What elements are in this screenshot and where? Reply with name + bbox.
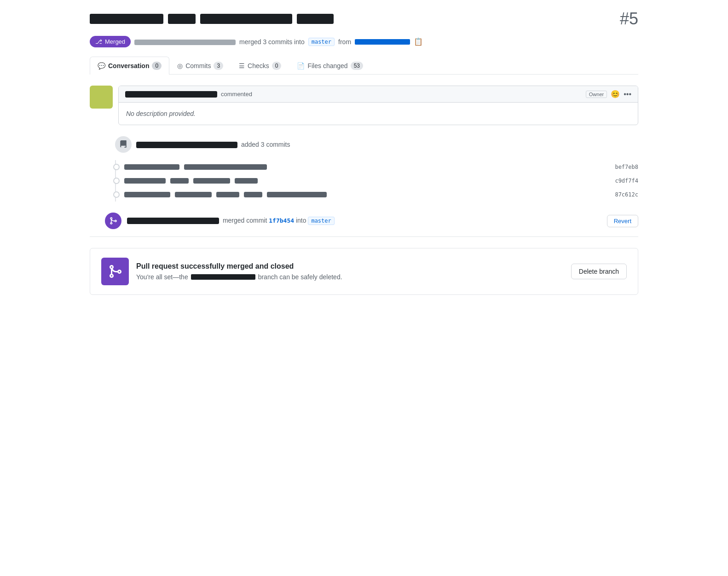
merge-success-box: Pull request successfully merged and clo… [90, 248, 638, 295]
commit-msg-part4 [170, 178, 189, 184]
table-row: 87c612c [124, 188, 638, 202]
comment-body-text: No description provided. [126, 110, 196, 117]
commit-list: bef7eb8 c9df7f4 [124, 160, 638, 202]
comment-box: commented Owner 😊 ••• No description pro… [118, 86, 638, 125]
merge-event-text: merged commit 1f7b454 into master [127, 217, 601, 225]
merge-success-icon [101, 258, 129, 285]
merged-badge: ⎇ Merged [90, 36, 131, 47]
merge-description-text: merged 3 commits into [239, 38, 305, 46]
pr-header: #5 [90, 9, 638, 29]
commits-header-text: added 3 commits [136, 141, 290, 148]
commit-hash-1[interactable]: bef7eb8 [615, 164, 638, 170]
comment-header-left: commented [125, 91, 252, 98]
commit-msg-part11 [267, 192, 327, 197]
commit-msg-part8 [175, 192, 212, 197]
commits-section: added 3 commits bef7eb8 [90, 136, 638, 202]
owner-badge: Owner [586, 91, 607, 98]
comment-header: commented Owner 😊 ••• [119, 86, 638, 103]
avatar [90, 86, 113, 109]
merge-username [127, 218, 219, 224]
comment-header-right: Owner 😊 ••• [586, 90, 631, 98]
conversation-count: 0 [152, 62, 162, 70]
commits-section-icon [115, 136, 132, 153]
title-block-4 [297, 14, 334, 24]
files-count: 53 [351, 62, 363, 70]
commenter-username [125, 91, 217, 98]
source-branch-block [355, 39, 410, 45]
commit-msg-part7 [124, 192, 170, 197]
table-row: bef7eb8 [124, 160, 638, 174]
merged-commit-text: merged commit [223, 217, 267, 224]
merge-success-text: Pull request successfully merged and clo… [136, 262, 564, 281]
commits-username [136, 142, 237, 148]
checks-icon: ☰ [239, 62, 245, 69]
section-divider [90, 236, 638, 237]
pr-meta-row: ⎇ Merged merged 3 commits into master fr… [90, 36, 638, 47]
pr-tabs: 💬 Conversation 0 ◎ Commits 3 ☰ Checks 0 … [90, 57, 638, 75]
commits-count: 3 [214, 62, 223, 70]
commit-msg-part10 [244, 192, 262, 197]
commit-msg-part1 [124, 164, 179, 170]
merge-event-icon [105, 213, 121, 229]
commits-icon: ◎ [177, 62, 183, 69]
commits-label: Commits [185, 62, 211, 69]
merge-event: merged commit 1f7b454 into master Revert [90, 213, 638, 229]
commit-msg-part6 [235, 178, 258, 184]
commit-msg-part2 [184, 164, 267, 170]
main-content: commented Owner 😊 ••• No description pro… [90, 86, 638, 295]
branch-name-block [191, 274, 255, 280]
revert-button[interactable]: Revert [607, 215, 638, 227]
checks-label: Checks [248, 62, 269, 69]
commit-msg-part9 [216, 192, 239, 197]
desc-prefix: You're all set—the [136, 273, 188, 281]
merge-commit-hash[interactable]: 1f7b454 [269, 217, 294, 224]
commit-msg-part3 [124, 178, 166, 184]
into-text: into [296, 217, 306, 224]
commit-msg-part5 [193, 178, 230, 184]
clipboard-icon[interactable]: 📋 [414, 37, 423, 46]
title-block-2 [168, 14, 196, 24]
more-options-button[interactable]: ••• [624, 90, 631, 98]
from-text: from [338, 38, 351, 46]
tab-checks[interactable]: ☰ Checks 0 [231, 57, 289, 75]
commit-hash-3[interactable]: 87c612c [615, 191, 638, 198]
pr-title-area [90, 14, 614, 24]
pr-number: #5 [620, 9, 638, 29]
delete-branch-button[interactable]: Delete branch [571, 264, 627, 279]
table-row: c9df7f4 [124, 174, 638, 188]
commit-hash-2[interactable]: c9df7f4 [615, 178, 638, 184]
merge-target-branch: master [308, 217, 334, 225]
title-block-3 [200, 14, 292, 24]
conversation-label: Conversation [108, 62, 149, 69]
tab-commits[interactable]: ◎ Commits 3 [169, 57, 231, 75]
merge-success-description: You're all set—the branch can be safely … [136, 273, 564, 281]
tab-files-changed[interactable]: 📄 Files changed 53 [289, 57, 371, 75]
tab-conversation[interactable]: 💬 Conversation 0 [90, 57, 169, 75]
checks-count: 0 [272, 62, 282, 70]
meta-username-block [134, 38, 236, 46]
comment-body: No description provided. [119, 103, 638, 125]
comment-container: commented Owner 😊 ••• No description pro… [90, 86, 638, 125]
merged-label: Merged [105, 38, 125, 45]
target-branch-tag: master [308, 38, 335, 46]
files-icon: 📄 [297, 62, 305, 69]
conversation-icon: 💬 [98, 62, 105, 69]
commits-header: added 3 commits [115, 136, 638, 153]
merge-icon: ⎇ [95, 38, 102, 45]
title-block-1 [90, 14, 163, 24]
desc-suffix: branch can be safely deleted. [258, 273, 342, 281]
emoji-reaction-button[interactable]: 😊 [611, 90, 620, 98]
added-commits-text: added 3 commits [241, 141, 290, 148]
files-label: Files changed [307, 62, 347, 69]
merge-success-title: Pull request successfully merged and clo… [136, 262, 564, 271]
commented-text: commented [221, 91, 252, 98]
